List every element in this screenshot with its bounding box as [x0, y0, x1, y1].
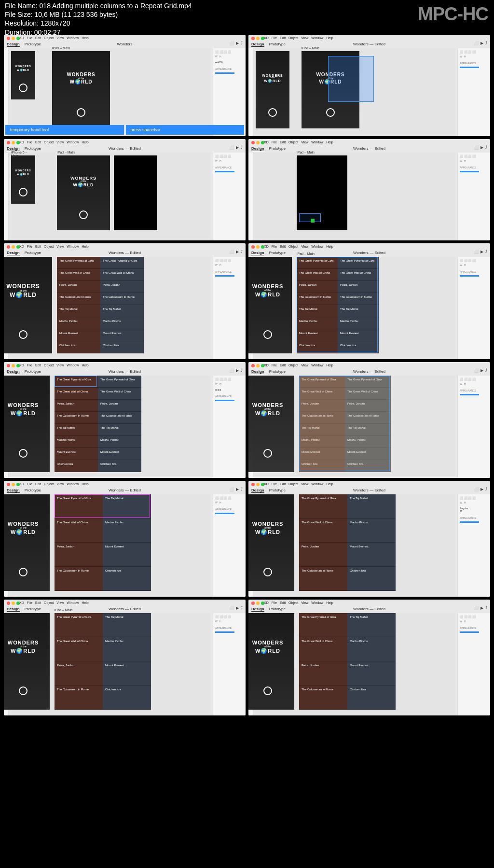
thumbnail-5[interactable]: XDFileEditObjectViewWindowHelp DesignPro… [4, 243, 246, 359]
list-item[interactable]: The Colosseum in Rome [100, 293, 144, 305]
thumbnail-6[interactable]: XDFileEditObjectViewWindowHelp DesignPro… [248, 243, 490, 359]
list-item[interactable]: Machu Picchu [347, 637, 396, 661]
thumbnail-3[interactable]: XDFileEditObjectViewWindowHelp DesignPro… [4, 139, 246, 240]
properties-panel[interactable]: ⬜ ⬜ ⬜ ⬜ W H APPEARANCE [213, 153, 246, 240]
list-item[interactable]: Chichen Itza [347, 567, 396, 591]
list-item[interactable]: Chichen Itza [103, 686, 151, 710]
list-item[interactable]: Machu Picchu [55, 436, 98, 448]
list-item[interactable]: Petra, Jordan [98, 400, 141, 412]
properties-panel[interactable]: ⬜ ⬜ ⬜ ⬜ W H APPEARANCE [457, 376, 490, 478]
properties-panel[interactable]: ⬜ ⬜ ⬜ ⬜ W H ■ ■ ■ APPEARANCE [213, 376, 246, 478]
properties-panel[interactable]: ⬜ ⬜ ⬜ ⬜ W H APPEARANCE [457, 613, 490, 715]
list-item[interactable]: The Great Pyramid of Giza [299, 613, 347, 637]
list-item[interactable]: The Great Wall of China [57, 269, 100, 281]
list-item[interactable]: The Colosseum in Rome [299, 686, 347, 710]
mode-tabs[interactable]: DesignPrototype [7, 42, 41, 47]
list-item[interactable]: Mount Everest [347, 661, 396, 686]
mode-tabs[interactable]: DesignPrototype [251, 607, 286, 612]
window-controls[interactable] [251, 245, 264, 249]
menubar[interactable]: XDFileEditObjectViewWindowHelp [19, 364, 89, 367]
list-item[interactable]: The Great Pyramid of Giza [100, 257, 144, 269]
list-item[interactable]: Chichen Itza [103, 567, 151, 591]
properties-panel[interactable]: ⬜ ⬜ ⬜ ⬜ W H APPEARANCE [213, 494, 246, 597]
mode-tabs[interactable]: DesignPrototype [251, 146, 286, 151]
mode-tabs[interactable]: DesignPrototype [7, 607, 41, 612]
list-item[interactable]: Chichen Itza [347, 686, 396, 710]
mode-tabs[interactable]: DesignPrototype [251, 251, 286, 255]
list-item[interactable]: Mount Everest [103, 543, 151, 567]
list-item[interactable]: Petra, Jordan [299, 661, 347, 686]
list-item[interactable]: Petra, Jordan [299, 543, 347, 567]
properties-panel[interactable]: ⬜ ⬜ ⬜ ⬜ W H APPEARANCE [457, 153, 490, 240]
list-item[interactable]: The Great Pyramid of Giza [98, 376, 141, 388]
list-item[interactable]: The Taj Mahal [347, 613, 396, 637]
list-item[interactable]: The Great Wall of China [98, 388, 141, 400]
list-item[interactable]: Petra, Jordan [55, 543, 103, 567]
list-item[interactable]: Mount Everest [55, 448, 98, 460]
tool-sidebar[interactable] [4, 48, 9, 136]
toolbar-right[interactable]: ⬜▶⤴ [474, 250, 487, 254]
thumbnail-9[interactable]: XDFileEditObjectViewWindowHelp DesignPro… [4, 481, 246, 597]
window-controls[interactable] [7, 245, 20, 249]
window-controls[interactable] [7, 602, 20, 605]
toolbar-right[interactable]: ⬜▶⤴ [474, 145, 487, 150]
mode-tabs[interactable]: DesignPrototype [7, 251, 41, 255]
list-item[interactable]: The Great Pyramid of Giza [299, 494, 347, 518]
toolbar-right[interactable]: ⬜▶⤴ [474, 606, 487, 610]
list-item[interactable]: Mount Everest [100, 329, 144, 341]
menubar[interactable]: XDFileEditObjectViewWindowHelp [19, 140, 89, 144]
toolbar-right[interactable]: ⬜▶⤴ [229, 41, 243, 45]
list-item[interactable]: The Taj Mahal [100, 305, 144, 317]
list-item[interactable]: Machu Picchu [98, 436, 141, 448]
toolbar-right[interactable]: ⬜▶⤴ [229, 487, 243, 491]
properties-panel[interactable]: ⬜ ⬜ ⬜ ⬜ W H Regular12 APPEARANCE [457, 494, 490, 597]
properties-panel[interactable]: ⬜ ⬜ ⬜ ⬜ W H APPEARANCE [213, 257, 246, 359]
list-item[interactable]: The Great Wall of China [100, 269, 144, 281]
selection-box[interactable] [328, 56, 374, 102]
window-controls[interactable] [251, 37, 264, 40]
tool-sidebar[interactable] [4, 153, 9, 240]
list-item[interactable]: The Colosseum in Rome [57, 293, 100, 305]
menubar[interactable]: XDFileEditObjectViewWindowHelp [264, 601, 333, 604]
menubar[interactable]: XDFileEditObjectViewWindowHelp [264, 482, 333, 486]
toolbar-right[interactable]: ⬜▶⤴ [474, 487, 487, 491]
list-item[interactable]: The Great Wall of China [55, 518, 103, 543]
tool-sidebar[interactable] [248, 48, 253, 136]
window-controls[interactable] [7, 483, 20, 486]
list-item[interactable]: The Colosseum in Rome [55, 686, 103, 710]
window-controls[interactable] [251, 364, 264, 367]
list-item[interactable]: The Taj Mahal [98, 424, 141, 436]
menubar[interactable]: XDFileEditObjectViewWindowHelp [264, 245, 333, 248]
list-item[interactable]: Mount Everest [347, 543, 396, 567]
list-item[interactable]: Mount Everest [57, 329, 100, 341]
list-item[interactable]: Petra, Jordan [55, 661, 103, 686]
list-item[interactable]: Chichen Itza [57, 341, 100, 353]
toolbar-right[interactable]: ⬜▶⤴ [229, 145, 243, 150]
thumbnail-1[interactable]: XDFileEditObjectViewWindowHelp DesignPro… [4, 35, 246, 136]
toolbar-right[interactable]: ⬜▶⤴ [229, 250, 243, 254]
window-controls[interactable] [7, 37, 20, 40]
thumbnail-12[interactable]: XDFileEditObjectViewWindowHelp DesignPro… [248, 600, 490, 715]
list-item[interactable]: The Taj Mahal [347, 494, 396, 518]
list-item[interactable]: Machu Picchu [103, 518, 151, 543]
menubar[interactable]: XDFileEditObjectViewWindowHelp [19, 36, 89, 40]
list-item[interactable]: Mount Everest [103, 661, 151, 686]
toolbar-right[interactable]: ⬜▶⤴ [229, 368, 243, 373]
thumbnail-4[interactable]: XDFileEditObjectViewWindowHelp DesignPro… [248, 139, 490, 240]
thumbnail-2[interactable]: XDFileEditObjectViewWindowHelp DesignPro… [248, 35, 490, 136]
list-item[interactable]: Petra, Jordan [57, 281, 100, 293]
toolbar-right[interactable]: ⬜▶⤴ [474, 41, 487, 45]
menubar[interactable]: XDFileEditObjectViewWindowHelp [264, 140, 333, 144]
list-item[interactable]: The Great Wall of China [55, 388, 98, 400]
menubar[interactable]: XDFileEditObjectViewWindowHelp [264, 364, 333, 367]
list-item[interactable]: The Taj Mahal [55, 424, 98, 436]
properties-panel[interactable]: ⬜ ⬜ ⬜ ⬜ W H ■ #000 APPEARANCE [213, 48, 246, 136]
list-item[interactable]: Petra, Jordan [100, 281, 144, 293]
list-item[interactable]: Machu Picchu [57, 317, 100, 329]
mode-tabs[interactable]: DesignPrototype [251, 42, 286, 47]
window-controls[interactable] [251, 141, 264, 144]
toolbar-right[interactable]: ⬜▶⤴ [474, 368, 487, 373]
mode-tabs[interactable]: DesignPrototype [251, 488, 286, 493]
tool-sidebar[interactable] [248, 153, 253, 240]
list-item[interactable]: The Colosseum in Rome [55, 567, 103, 591]
